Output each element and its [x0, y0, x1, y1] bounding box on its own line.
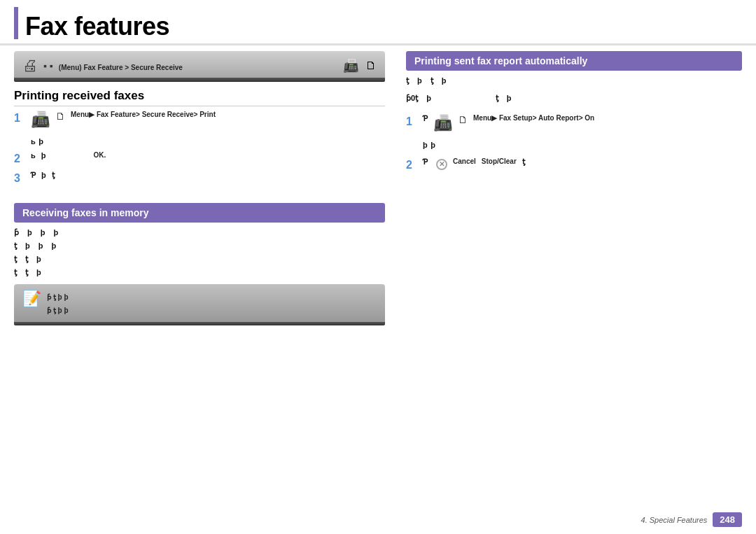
- left-column: 🖨 ▪ ▪ (Menu) Fax Feature > Secure Receiv…: [14, 51, 385, 524]
- r-s1-fax-icon: 📠: [433, 114, 452, 132]
- step-2-content: ь þ OK.: [31, 151, 385, 160]
- step-2-ok: OK.: [94, 151, 106, 159]
- step-1-subtext: ь þ: [14, 134, 385, 147]
- m-char-14: þ: [36, 268, 41, 277]
- device-panel-bottom: [14, 78, 385, 82]
- m-char-12: ƫ: [14, 268, 17, 277]
- garbled-1b: þ: [38, 137, 43, 146]
- section-auto-report-title: Printing sent fax report automatically: [406, 51, 742, 71]
- step-3-number: 3: [14, 172, 25, 185]
- footer-section-label: 4. Special Features: [641, 516, 708, 524]
- device-icon: 🖨: [22, 57, 38, 75]
- garbled-3a: Ƥ: [31, 171, 36, 180]
- spacer-1: [14, 190, 385, 196]
- page-title: Fax features: [25, 14, 169, 39]
- r-char-6: þ: [426, 94, 431, 103]
- panel-menu-path: (Menu) Fax Feature > Secure Receive: [59, 64, 183, 71]
- right-column: Printing sent fax report automatically ƫ…: [406, 51, 742, 524]
- m-char-11: þ: [36, 255, 41, 264]
- step-1-menu-path: Menu▶ Fax Feature> Secure Receive> Print: [71, 111, 216, 118]
- step-3: 3 Ƥ þ ƫ: [14, 171, 385, 185]
- page-footer: 4. Special Features 248: [641, 512, 742, 527]
- note-panel-bottom: [14, 322, 385, 325]
- note-line1: ƥ ƫ þ þ: [47, 293, 69, 301]
- memory-text-block4: ƫ ƫ þ: [14, 268, 385, 277]
- step-1: 1 📠 🗋 Menu▶ Fax Feature> Secure Receive>…: [14, 111, 385, 129]
- note-text-block: ƥ ƫ þ þ ƥ ƫ þ þ: [47, 290, 69, 316]
- step-1-content: 📠 🗋 Menu▶ Fax Feature> Secure Receive> P…: [31, 111, 385, 129]
- m-char-3: þ: [41, 228, 46, 237]
- title-accent-bar: [14, 7, 18, 39]
- r-step-1: 1 Ƥ 📠 🗋 Menu▶ Fax Setup> Auto Report> On: [406, 114, 742, 132]
- r-step-2-stop-label: Stop/Clear: [482, 157, 517, 165]
- panel-icons-right: 📠 🗋: [343, 58, 377, 73]
- auto-report-intro2: ƥ0ƫ þ ƫ þ: [406, 94, 742, 103]
- m-char-13: ƫ: [25, 268, 28, 277]
- m-char-9: ƫ: [14, 255, 17, 264]
- memory-text-block: ƥ þ þ þ: [14, 228, 385, 237]
- r-step-2: 2 Ƥ ✕ Cancel Stop/Clear ƫ: [406, 157, 742, 171]
- cancel-circle-icon: ✕: [436, 159, 447, 170]
- garbled-1a: ь: [31, 137, 36, 146]
- page-number-badge: 248: [713, 512, 742, 527]
- r-s1-menu-icon: 🗋: [458, 114, 468, 125]
- r-char-5: ƥ0ƫ: [406, 94, 418, 103]
- garbled-2a: ь: [31, 151, 36, 160]
- panel-doc-icon: 🗋: [365, 59, 377, 72]
- section-printing-title: Printing received faxes: [14, 89, 385, 106]
- step-2: 2 ь þ OK.: [14, 151, 385, 165]
- memory-text-block2: ƫ þ þ þ: [14, 241, 385, 251]
- m-char-2: þ: [27, 228, 32, 237]
- r-step-1-subtext: þ þ: [406, 138, 742, 150]
- m-char-10: ƫ: [25, 255, 28, 264]
- r-s1-sub2: þ: [430, 141, 435, 149]
- r-char-2: þ: [417, 76, 422, 85]
- r-step-2-number: 2: [406, 159, 417, 171]
- memory-text-block3: ƫ ƫ þ: [14, 255, 385, 264]
- page-header: Fax features: [0, 0, 756, 45]
- r-step-1-content: Ƥ 📠 🗋 Menu▶ Fax Setup> Auto Report> On: [423, 114, 742, 132]
- r-step-2-cancel-group: ✕: [436, 157, 447, 170]
- r-s2-char1: Ƥ: [423, 157, 428, 167]
- note-line2: ƥ ƫ þ þ: [47, 307, 69, 314]
- step-1-fax-icon: 📠: [31, 111, 50, 129]
- r-s1-char1: Ƥ: [423, 114, 428, 123]
- m-char-6: þ: [25, 241, 30, 251]
- section-memory-title: Receiving faxes in memory: [14, 203, 385, 223]
- step-3-content: Ƥ þ ƫ: [31, 171, 385, 180]
- auto-report-intro: ƫ þ ƫ þ: [406, 76, 742, 85]
- page-container: Fax features 🖨 ▪ ▪ (Menu) Fax Feature > …: [0, 0, 756, 534]
- r-s1-sub1: þ: [423, 141, 428, 149]
- note-icon: 📝: [22, 290, 41, 308]
- m-char-7: þ: [38, 241, 43, 251]
- r-char-1: ƫ: [406, 76, 409, 85]
- m-char-4: þ: [53, 228, 58, 237]
- garbled-3c: ƫ: [52, 171, 55, 180]
- r-s2-char2: ƫ: [522, 157, 525, 167]
- r-char-7: ƫ: [496, 94, 498, 103]
- r-step-2-cancel-label: Cancel: [453, 157, 476, 165]
- m-char-8: þ: [51, 241, 56, 251]
- r-step-1-number: 1: [406, 115, 417, 128]
- note-panel: 📝 ƥ ƫ þ þ ƥ ƫ þ þ: [14, 284, 385, 322]
- step-1-menu-icon: 🗋: [55, 111, 65, 122]
- m-char-1: ƥ: [14, 228, 19, 237]
- panel-fax-icon: 📠: [343, 58, 358, 73]
- content-area: 🖨 ▪ ▪ (Menu) Fax Feature > Secure Receiv…: [0, 45, 756, 529]
- r-char-3: ƫ: [430, 76, 433, 85]
- garbled-2b: þ: [41, 151, 46, 160]
- device-panel: 🖨 ▪ ▪ (Menu) Fax Feature > Secure Receiv…: [14, 51, 385, 78]
- garbled-3b: þ: [41, 171, 46, 179]
- r-char-4: þ: [442, 76, 447, 85]
- panel-icon-small: ▪ ▪: [43, 60, 53, 71]
- r-step-1-menu-path: Menu▶ Fax Setup> Auto Report> On: [473, 114, 594, 122]
- step-1-number: 1: [14, 112, 25, 125]
- r-char-8: þ: [507, 94, 512, 103]
- m-char-5: ƫ: [14, 241, 17, 251]
- r-step-2-content: Ƥ ✕ Cancel Stop/Clear ƫ: [423, 157, 742, 170]
- step-2-number: 2: [14, 153, 25, 165]
